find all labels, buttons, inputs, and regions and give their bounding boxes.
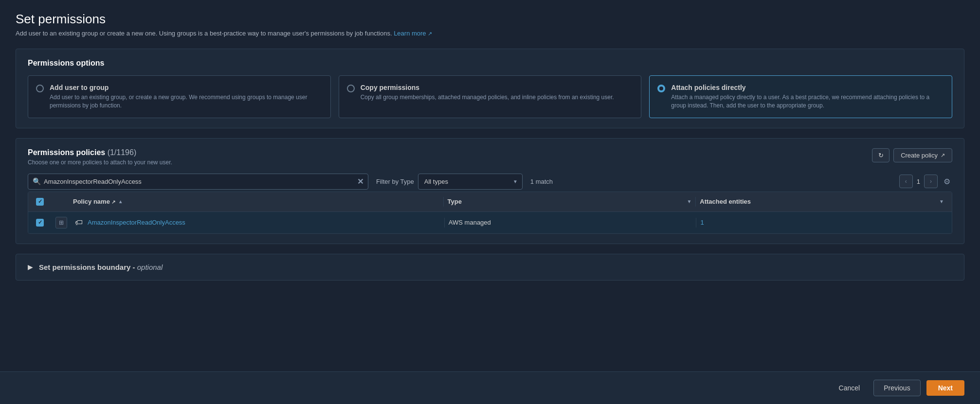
boundary-optional: optional: [137, 263, 163, 271]
th-entities-filter-icon: ▼: [939, 199, 944, 204]
refresh-button[interactable]: ↻: [872, 148, 889, 162]
option-attach-directly[interactable]: Attach policies directly Attach a manage…: [649, 75, 952, 118]
option-add-to-group-desc: Add user to an existing group, or create…: [50, 93, 323, 110]
search-input[interactable]: [28, 174, 368, 190]
refresh-icon: ↻: [878, 152, 884, 159]
cell-policy-name: 🏷 AmazonInspectorReadOnlyAccess: [75, 218, 440, 227]
cell-entities: 1: [700, 219, 944, 226]
th-entities: Attached entities ▼: [700, 198, 944, 205]
option-attach-directly-title: Attach policies directly: [671, 84, 944, 91]
policies-section: Permissions policies (1/1196) Choose one…: [16, 138, 964, 244]
permissions-options-group: Add user to group Add user to an existin…: [28, 75, 952, 118]
radio-copy-permissions: [347, 85, 355, 92]
row-checkbox[interactable]: [36, 219, 44, 227]
create-policy-button[interactable]: Create policy: [893, 148, 952, 162]
table-settings-button[interactable]: ⚙: [942, 175, 952, 188]
previous-button[interactable]: Previous: [873, 380, 920, 396]
type-filter-wrapper: All types AWS managed Customer managed A…: [418, 174, 523, 190]
entities-link[interactable]: 1: [700, 219, 704, 226]
policies-subtitle: Choose one or more policies to attach to…: [28, 159, 172, 166]
pagination-controls: ‹ 1 › ⚙: [899, 175, 952, 188]
col-divider-2: [695, 197, 696, 207]
option-add-to-group-content: Add user to group Add user to an existin…: [50, 84, 323, 110]
th-select-all: [36, 198, 55, 206]
th-type: Type ▼: [448, 198, 692, 205]
th-entities-label: Attached entities: [700, 198, 751, 205]
row-expand: ⊞: [55, 217, 73, 228]
page-title: Set permissions: [16, 12, 964, 27]
expand-button[interactable]: ⊞: [55, 217, 67, 228]
col-divider-1: [443, 197, 444, 207]
next-page-button[interactable]: ›: [924, 175, 938, 188]
boundary-toggle[interactable]: ▶: [28, 263, 33, 271]
bottom-spacer: [16, 290, 964, 329]
select-all-checkbox[interactable]: [36, 198, 44, 206]
policies-actions: ↻ Create policy: [872, 148, 952, 162]
search-filter-row: 🔍 ✕ Filter by Type All types AWS managed…: [28, 174, 952, 190]
row-divider-2: [696, 218, 696, 228]
bottom-bar: Cancel Previous Next: [0, 371, 980, 404]
option-attach-directly-content: Attach policies directly Attach a manage…: [671, 84, 944, 110]
permissions-options-section: Permissions options Add user to group Ad…: [16, 49, 964, 128]
policies-header: Permissions policies (1/1196) Choose one…: [28, 148, 952, 166]
clear-search-icon[interactable]: ✕: [357, 177, 363, 186]
cell-type: AWS managed: [449, 219, 692, 226]
cancel-button[interactable]: Cancel: [831, 380, 868, 396]
th-type-filter-icon: ▼: [687, 199, 691, 204]
radio-add-to-group: [36, 85, 44, 92]
option-copy-permissions-title: Copy permissions: [361, 84, 614, 91]
boundary-title: Set permissions boundary - optional: [39, 263, 163, 271]
learn-more-link[interactable]: Learn more: [394, 30, 432, 37]
policies-count: (1/1196): [108, 148, 137, 157]
th-policy-name: Policy name ▲: [73, 198, 439, 205]
filter-label: Filter by Type: [376, 178, 414, 185]
policy-icon: 🏷: [75, 218, 84, 227]
search-box: 🔍 ✕: [28, 174, 368, 190]
th-type-label: Type: [448, 198, 462, 205]
next-button[interactable]: Next: [926, 380, 964, 396]
search-icon: 🔍: [33, 177, 41, 185]
option-add-to-group-title: Add user to group: [50, 84, 323, 91]
match-count: 1 match: [530, 178, 553, 185]
table-header: Policy name ▲ Type ▼ Attached entities ▼: [28, 192, 952, 212]
option-attach-directly-desc: Attach a managed policy directly to a us…: [671, 93, 944, 110]
th-policy-name-label: Policy name: [73, 198, 115, 205]
option-add-to-group[interactable]: Add user to group Add user to an existin…: [28, 75, 331, 118]
radio-attach-directly: [657, 85, 665, 92]
page-number: 1: [917, 178, 920, 185]
boundary-section: ▶ Set permissions boundary - optional: [16, 254, 964, 281]
table-row: ⊞ 🏷 AmazonInspectorReadOnlyAccess AWS ma…: [28, 212, 952, 233]
sort-icon: ▲: [118, 199, 123, 204]
permissions-options-title: Permissions options: [28, 59, 952, 68]
filter-section: Filter by Type All types AWS managed Cus…: [376, 174, 523, 190]
option-copy-permissions[interactable]: Copy permissions Copy all group membersh…: [339, 75, 642, 118]
row-divider-1: [444, 218, 445, 228]
type-filter-select[interactable]: All types AWS managed Customer managed A…: [418, 174, 523, 190]
row-checkbox-wrapper: [36, 219, 55, 227]
policy-name-link[interactable]: AmazonInspectorReadOnlyAccess: [88, 219, 185, 226]
option-copy-permissions-content: Copy permissions Copy all group membersh…: [361, 84, 614, 102]
option-copy-permissions-desc: Copy all group memberships, attached man…: [361, 93, 614, 102]
page-subtitle: Add user to an existing group or create …: [16, 30, 964, 37]
policies-title: Permissions policies (1/1196): [28, 148, 172, 157]
previous-page-button[interactable]: ‹: [899, 175, 913, 188]
policies-header-left: Permissions policies (1/1196) Choose one…: [28, 148, 172, 166]
policies-table: Policy name ▲ Type ▼ Attached entities ▼: [28, 192, 952, 234]
